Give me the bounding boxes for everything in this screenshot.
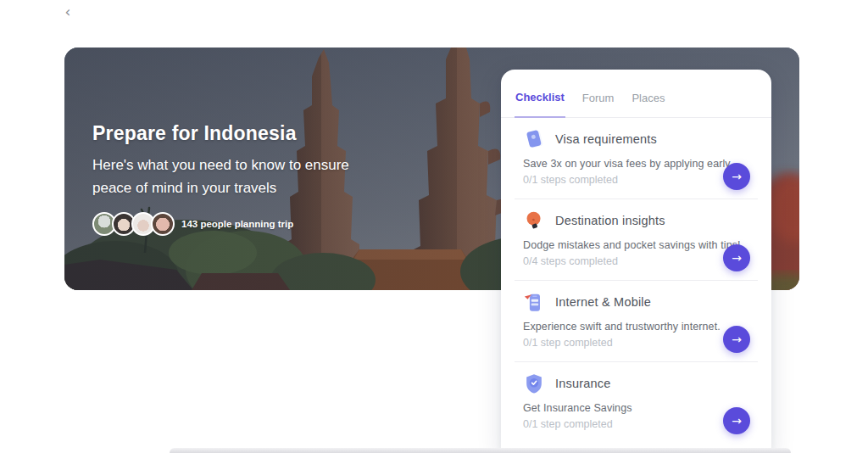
item-title: Internet & Mobile — [555, 295, 651, 309]
shield-check-icon — [523, 372, 545, 394]
open-insurance-button[interactable]: → — [723, 407, 750, 434]
tab-places[interactable]: Places — [631, 91, 665, 117]
checklist-items: Visa requirements Save 3x on your visa f… — [501, 118, 771, 443]
item-title: Insurance — [555, 377, 610, 390]
checklist-item-internet[interactable]: Internet & Mobile Experience swift and t… — [515, 280, 758, 361]
chevron-left-icon: ‹ — [65, 3, 71, 20]
item-description: Get Insurance Savings — [523, 402, 758, 414]
planning-count-label: 143 people planning trip — [181, 219, 293, 229]
checklist-panel: Checklist Forum Places — [501, 70, 771, 453]
item-description: Experience swift and trustworthy interne… — [523, 321, 758, 333]
page: ‹ — [0, 0, 868, 453]
avatar — [151, 212, 175, 236]
checklist-item-insurance[interactable]: Insurance Get Insurance Savings 0/1 step… — [515, 361, 758, 443]
open-internet-button[interactable]: → — [723, 326, 750, 353]
arrow-right-icon: → — [732, 333, 742, 346]
arrow-right-icon: → — [732, 170, 742, 183]
hero-title: Prepare for Indonesia — [92, 122, 448, 145]
item-description: Dodge mistakes and pocket savings with t… — [523, 239, 758, 251]
lightbulb-icon — [523, 210, 545, 232]
arrow-right-icon: → — [732, 251, 742, 265]
smartphone-icon — [523, 291, 545, 313]
checklist-item-insights[interactable]: Destination insights Dodge mistakes and … — [515, 199, 758, 280]
item-title: Destination insights — [555, 214, 665, 227]
passport-icon — [523, 128, 545, 150]
checklist-item-visa[interactable]: Visa requirements Save 3x on your visa f… — [515, 118, 758, 199]
trip-planners: 143 people planning trip — [92, 212, 448, 236]
open-visa-button[interactable]: → — [723, 163, 750, 190]
open-insights-button[interactable]: → — [723, 244, 750, 271]
item-title: Visa requirements — [555, 132, 657, 146]
back-button[interactable]: ‹ — [58, 2, 78, 22]
next-section-peek — [170, 448, 791, 453]
hero-subtitle: Here's what you need to know to ensure p… — [92, 154, 359, 199]
tab-bar: Checklist Forum Places — [501, 70, 771, 118]
hero-content: Prepare for Indonesia Here's what you ne… — [92, 122, 448, 236]
item-description: Save 3x on your visa fees by applying ea… — [523, 158, 758, 170]
arrow-right-icon: → — [732, 414, 742, 428]
tab-forum[interactable]: Forum — [581, 91, 615, 117]
tab-checklist[interactable]: Checklist — [515, 91, 565, 118]
